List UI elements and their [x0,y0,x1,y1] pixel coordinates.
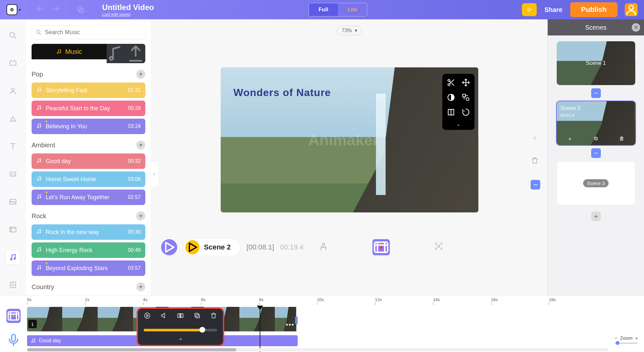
character-sync-icon[interactable] [319,242,328,253]
popup-play-icon[interactable] [144,312,151,320]
music-note-icon [36,176,46,183]
category-add-button[interactable]: + [136,211,145,220]
scenes-close-icon[interactable]: ✕ [632,23,640,32]
music-search-input[interactable] [45,29,141,36]
category-add-button[interactable]: + [136,282,145,291]
rail-characters-icon[interactable] [6,84,20,98]
remove-scene-button[interactable]: − [531,180,540,190]
music-track[interactable]: Storytelling Fast 01:31 [32,83,145,98]
track-name: Believing In You [46,123,87,130]
cut-icon[interactable] [446,77,457,88]
music-sfx-tab[interactable] [107,44,126,63]
add-element-icon[interactable]: ＋ [531,132,540,143]
rail-video-icon[interactable] [6,222,20,237]
publish-button[interactable]: Publish [570,2,618,17]
music-track[interactable]: High Energy Rock 00:49 [32,242,145,258]
music-tab[interactable]: Music [32,44,107,59]
category-add-button[interactable]: + [136,70,145,79]
music-track[interactable]: Good day 00:32 [32,153,145,169]
left-asset-rail: BG [0,19,26,296]
video-stage[interactable]: Wonders of Nature Animaker ⌄ [221,67,478,212]
scene-delete-icon[interactable]: 🗑 [619,136,624,142]
popup-caret-icon[interactable]: ⌃ [178,337,183,344]
music-track[interactable]: Beyond Exploding Stars 03:57 [32,260,145,276]
delete-element-icon[interactable] [531,156,540,167]
rail-library-icon[interactable] [6,56,20,70]
scene-settings-icon[interactable] [372,239,390,255]
redo-icon[interactable] [50,4,61,15]
save-status[interactable]: Last edit saved [102,12,154,17]
project-title[interactable]: Untitled Video [102,3,154,12]
canvas-zoom-dropdown[interactable]: 73%▾ [337,26,362,35]
swap-icon[interactable] [460,92,471,103]
move-icon[interactable] [460,77,471,88]
zoom-plus[interactable]: + [635,335,638,341]
music-track[interactable]: Let's Run Away Together 02:57 [32,190,145,205]
mode-lite[interactable]: Lite [338,3,367,16]
rail-effects-icon[interactable] [6,278,20,292]
add-scene-button[interactable]: ＋ [591,211,601,221]
popup-split-icon[interactable] [177,312,184,320]
track-name: Good day [46,158,71,165]
slide-title-text[interactable]: Wonders of Nature [234,87,331,99]
category-add-button[interactable]: + [136,141,145,150]
music-track[interactable]: Rock in the new way 00:30 [32,224,145,240]
volume-slider[interactable] [144,329,217,331]
popup-mute-icon[interactable] [160,312,168,320]
rail-search-icon[interactable] [6,28,20,43]
svg-point-22 [37,109,38,110]
user-avatar[interactable] [625,3,638,16]
popup-duplicate-icon[interactable] [194,312,201,320]
scene-gap-button[interactable]: − [591,148,601,158]
playhead[interactable] [260,307,260,352]
rail-text-icon[interactable] [6,139,20,153]
layers-icon[interactable] [75,4,86,15]
logo-menu-chevron-icon[interactable]: ▾ [19,7,21,12]
tool-expand-chevron-icon[interactable]: ⌄ [446,122,471,127]
timeline-scrollbar[interactable] [27,348,609,351]
rail-props-icon[interactable] [6,112,20,126]
clip-trim-handle[interactable] [295,317,298,324]
rail-bg-icon[interactable]: BG [6,167,20,181]
scene-gap-button[interactable]: − [591,88,601,98]
scene-duplicate-icon[interactable]: ⧉ [594,136,598,142]
focus-icon[interactable] [434,242,443,253]
volume-knob[interactable] [199,327,205,333]
contrast-icon[interactable] [446,92,457,103]
track-name: Rock in the new way [46,229,99,236]
scene-card[interactable]: Scene 200:03.4＋⧉🗑 [557,101,635,145]
preview-play-button[interactable] [522,3,537,16]
zoom-minus[interactable]: − [615,335,618,341]
undo-icon[interactable] [35,4,46,15]
scene-play-icon[interactable] [185,240,199,254]
app-logo[interactable] [6,4,17,15]
rail-music-icon[interactable] [6,250,20,264]
category-name: Rock [32,212,46,220]
scene-card-empty[interactable]: Scene 3 [557,161,635,205]
music-upload-tab[interactable] [126,44,145,63]
music-track[interactable]: Home Sweet Home 03:06 [32,171,145,187]
music-search[interactable] [32,25,145,39]
scene-selector[interactable]: Scene 2 [183,238,241,256]
scene-add-icon[interactable]: ＋ [567,136,572,142]
timeline-audio-track-icon[interactable] [6,333,21,347]
editor-mode-toggle[interactable]: Full Lite [309,3,367,16]
music-track[interactable]: Peaceful Start to the Day 00:29 [32,101,145,116]
share-button[interactable]: Share [544,6,562,14]
scene-card[interactable]: Scene 1 [557,41,635,85]
zoom-slider[interactable] [615,343,638,344]
mode-full[interactable]: Full [309,3,338,16]
split-icon[interactable] [446,107,457,118]
audio-clip-name: Good day [39,338,61,344]
timeline-play-button[interactable] [161,239,177,255]
timeline-video-track-icon[interactable] [6,309,21,323]
rail-images-icon[interactable] [6,195,20,209]
clip-menu-icon[interactable]: ••• [286,321,294,328]
reset-icon[interactable] [460,107,471,118]
track-duration: 02:57 [128,194,141,200]
svg-rect-54 [181,314,183,318]
popup-delete-icon[interactable] [210,312,217,320]
music-track[interactable]: Believing In You 03:24 [32,119,145,134]
search-icon [36,29,42,35]
music-note-icon [36,194,46,201]
